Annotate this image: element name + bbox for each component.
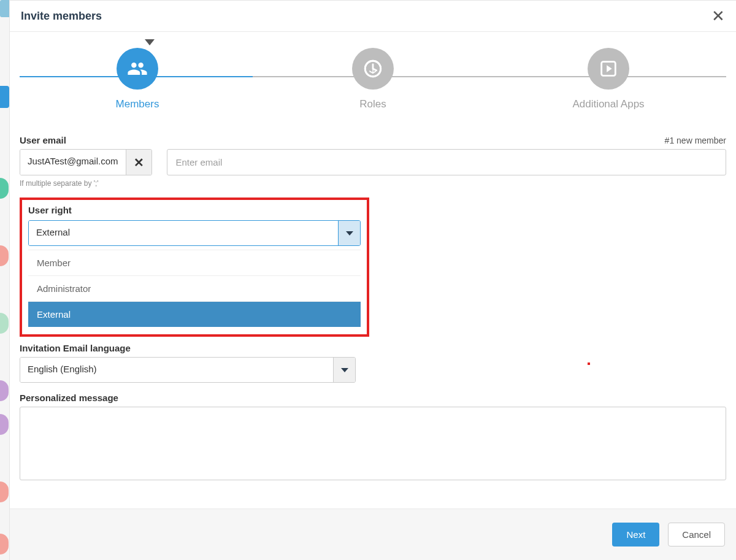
user-email-label: User email <box>20 135 66 145</box>
message-section: Personalized message <box>20 393 726 483</box>
next-button[interactable]: Next <box>612 523 659 547</box>
user-right-select[interactable]: External <box>28 220 361 246</box>
user-email-section: User email #1 new member JustATest@gmail… <box>20 135 726 188</box>
bg-avatar <box>0 178 9 199</box>
email-chip-text: JustATest@gmail.com <box>20 150 126 175</box>
bg-avatar <box>0 534 9 554</box>
email-input[interactable] <box>167 149 727 175</box>
cancel-button[interactable]: Cancel <box>668 523 725 547</box>
bg-avatar <box>0 414 9 435</box>
modal-header: Invite members ✕ <box>10 1 736 32</box>
apps-icon <box>588 48 629 90</box>
modal-footer: Next Cancel <box>10 508 736 560</box>
modal-body: Members Roles Additional Apps <box>10 32 736 508</box>
language-value: English (English) <box>20 358 333 382</box>
option-administrator[interactable]: Administrator <box>28 276 361 302</box>
remove-email-icon[interactable]: ✕ <box>126 150 151 175</box>
language-select[interactable]: English (English) <box>20 357 356 383</box>
invite-members-modal: Invite members ✕ Members Roles <box>9 0 736 560</box>
user-right-label: User right <box>28 205 361 215</box>
message-label: Personalized message <box>20 393 726 403</box>
option-member[interactable]: Member <box>28 250 361 276</box>
bg-avatar <box>0 245 9 266</box>
step-additional-apps[interactable]: Additional Apps <box>491 48 726 110</box>
step-members[interactable]: Members <box>20 48 255 110</box>
bg-avatar <box>0 380 9 401</box>
step-arrow-icon <box>145 39 155 45</box>
bg-avatar <box>0 481 9 502</box>
bg-button-sliver <box>0 86 9 108</box>
language-label: Invitation Email language <box>20 343 726 353</box>
step-label: Additional Apps <box>572 98 644 110</box>
step-label: Roles <box>359 98 386 110</box>
wizard-stepper: Members Roles Additional Apps <box>20 48 726 110</box>
bg-avatar <box>0 313 9 334</box>
chevron-down-icon <box>346 231 353 236</box>
email-helper-text: If multiple separate by ';' <box>20 179 726 188</box>
new-member-count: #1 new member <box>665 136 726 145</box>
chevron-down-icon <box>341 368 348 372</box>
user-right-dropdown: Member Administrator External <box>28 250 361 327</box>
user-right-value: External <box>29 221 338 245</box>
language-section: Invitation Email language English (Engli… <box>20 343 726 383</box>
modal-title: Invite members <box>21 10 102 23</box>
roles-icon <box>352 48 394 90</box>
email-chip: JustATest@gmail.com ✕ <box>20 149 152 175</box>
message-textarea[interactable] <box>20 407 726 480</box>
option-external[interactable]: External <box>28 302 361 327</box>
step-label: Members <box>116 98 159 110</box>
members-icon <box>117 48 158 90</box>
dropdown-toggle[interactable] <box>333 358 355 382</box>
user-right-section: User right External Member Administrator… <box>20 198 369 337</box>
stray-red-dot <box>588 362 590 365</box>
dropdown-toggle[interactable] <box>338 221 360 245</box>
close-icon[interactable]: ✕ <box>711 8 725 24</box>
step-roles[interactable]: Roles <box>255 48 491 110</box>
